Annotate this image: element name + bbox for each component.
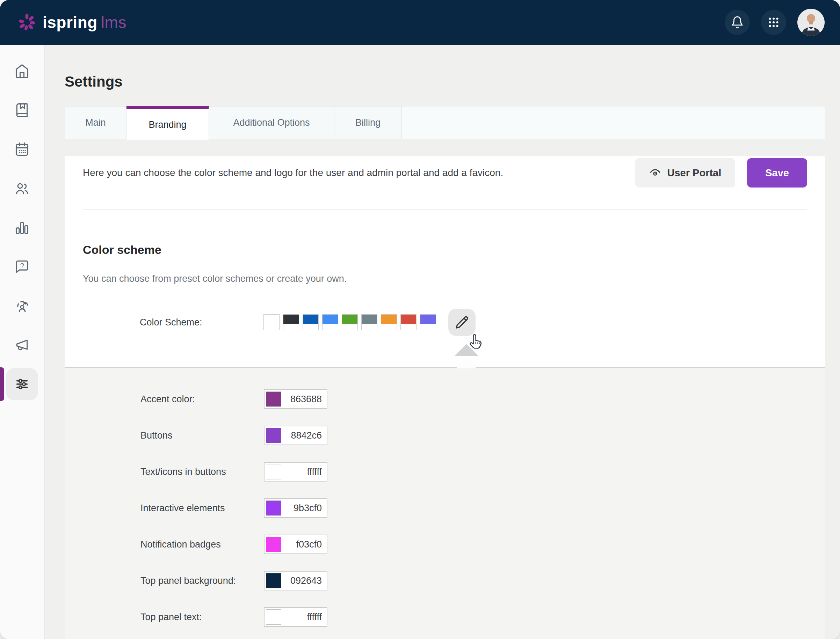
custom-scheme-panel: Accent color: 863688 Buttons 8842c6 Text… bbox=[65, 367, 825, 639]
color-field-row: Top panel text: ffffff bbox=[65, 607, 825, 627]
scheme-swatch-red[interactable] bbox=[400, 314, 416, 330]
sidebar-item-home[interactable] bbox=[6, 55, 38, 87]
color-field-row: Top panel background: 092643 bbox=[65, 571, 825, 590]
app-window: ispringlms bbox=[0, 0, 840, 639]
flower-logo-icon bbox=[17, 12, 37, 32]
buttons-color-swatch bbox=[266, 428, 281, 443]
users-icon bbox=[14, 181, 30, 196]
text-icons-color-swatch bbox=[266, 464, 281, 479]
tab-branding[interactable]: Branding bbox=[126, 106, 209, 140]
accent-color-swatch bbox=[266, 391, 281, 407]
apps-grid-icon bbox=[767, 16, 780, 29]
user-portal-label: User Portal bbox=[667, 167, 722, 179]
interactive-elements-color-field[interactable]: 9b3cf0 bbox=[264, 498, 327, 518]
settings-sliders-icon bbox=[14, 377, 30, 392]
notification-badges-color-swatch bbox=[266, 537, 281, 552]
field-label-top-panel-text: Top panel text: bbox=[140, 612, 264, 623]
accent-color-field[interactable]: 863688 bbox=[264, 389, 327, 409]
book-icon bbox=[14, 103, 30, 118]
tab-bar-filler bbox=[402, 106, 825, 139]
branding-description: Here you can choose the color scheme and… bbox=[83, 167, 503, 178]
top-bar: ispringlms bbox=[0, 0, 840, 45]
scheme-swatch-green[interactable] bbox=[342, 314, 358, 330]
megaphone-icon bbox=[14, 337, 30, 353]
avatar-image bbox=[797, 9, 825, 36]
svg-text:?: ? bbox=[20, 262, 24, 270]
color-field-row: Buttons 8842c6 bbox=[65, 426, 825, 445]
pencil-icon bbox=[455, 315, 469, 329]
notifications-button[interactable] bbox=[725, 10, 750, 35]
logo-product: lms bbox=[101, 13, 126, 32]
edit-scheme-button[interactable] bbox=[448, 309, 475, 336]
text-icons-color-value: ffffff bbox=[281, 466, 327, 477]
top-panel-text-color-value: ffffff bbox=[281, 612, 327, 623]
buttons-color-value: 8842c6 bbox=[281, 430, 327, 441]
field-label-buttons: Buttons bbox=[140, 430, 264, 441]
tab-additional-options[interactable]: Additional Options bbox=[209, 106, 335, 139]
buttons-color-field[interactable]: 8842c6 bbox=[264, 426, 327, 445]
eye-icon bbox=[649, 167, 661, 179]
logo-brand: ispring bbox=[43, 13, 97, 32]
active-indicator-bar bbox=[0, 367, 4, 401]
sidebar-item-coaching[interactable] bbox=[6, 290, 38, 322]
field-label-notification-badges: Notification badges bbox=[140, 539, 264, 550]
sidebar-item-help[interactable]: ? bbox=[6, 251, 38, 283]
logo-text: ispringlms bbox=[43, 13, 126, 32]
branding-panel: Here you can choose the color scheme and… bbox=[65, 156, 825, 367]
notification-badges-color-field[interactable]: f03cf0 bbox=[264, 535, 327, 554]
tab-billing[interactable]: Billing bbox=[335, 106, 402, 139]
sidebar-item-reports[interactable] bbox=[6, 211, 38, 244]
interactive-elements-color-value: 9b3cf0 bbox=[281, 503, 327, 513]
sidebar-item-calendar[interactable] bbox=[6, 134, 38, 165]
color-scheme-label: Color Scheme: bbox=[140, 317, 263, 328]
scheme-swatch-dark[interactable] bbox=[283, 314, 299, 330]
user-portal-button[interactable]: User Portal bbox=[635, 158, 736, 188]
top-bar-actions bbox=[725, 9, 825, 36]
preset-swatches bbox=[263, 314, 436, 330]
color-field-row: Text/icons in buttons ffffff bbox=[65, 462, 825, 482]
tab-main[interactable]: Main bbox=[65, 106, 126, 139]
top-panel-background-color-value: 092643 bbox=[281, 575, 327, 586]
scheme-swatch-white[interactable] bbox=[263, 314, 279, 330]
top-panel-text-color-swatch bbox=[266, 609, 281, 625]
scheme-swatch-blue[interactable] bbox=[322, 314, 338, 330]
apps-grid-button[interactable] bbox=[761, 10, 786, 35]
color-field-row: Interactive elements 9b3cf0 bbox=[65, 498, 825, 518]
top-panel-background-color-field[interactable]: 092643 bbox=[264, 571, 327, 590]
sidebar-nav: ? bbox=[0, 45, 45, 639]
scheme-swatch-navy-blue[interactable] bbox=[303, 314, 319, 330]
help-chat-icon: ? bbox=[14, 259, 30, 275]
calendar-icon bbox=[14, 142, 30, 157]
color-scheme-row: Color Scheme: bbox=[83, 309, 807, 336]
coaching-icon bbox=[14, 298, 30, 313]
scheme-swatch-orange[interactable] bbox=[381, 314, 397, 330]
field-label-interactive-elements: Interactive elements bbox=[140, 503, 264, 513]
interactive-elements-color-swatch bbox=[266, 501, 281, 516]
section-divider bbox=[83, 210, 807, 210]
ispring-lms-logo: ispringlms bbox=[17, 12, 126, 32]
bell-icon bbox=[731, 16, 744, 29]
main-content: Settings Main Branding Additional Option… bbox=[45, 45, 840, 639]
notification-badges-color-value: f03cf0 bbox=[281, 539, 327, 550]
save-button[interactable]: Save bbox=[747, 158, 807, 188]
scheme-swatch-slate[interactable] bbox=[361, 314, 377, 330]
tab-bar: Main Branding Additional Options Billing bbox=[65, 106, 825, 139]
bar-chart-icon bbox=[14, 220, 30, 235]
accent-color-value: 863688 bbox=[281, 394, 327, 405]
user-avatar[interactable] bbox=[797, 9, 825, 36]
sidebar-item-settings[interactable] bbox=[6, 368, 38, 400]
home-icon bbox=[14, 64, 30, 79]
field-label-accent-color: Accent color: bbox=[140, 394, 264, 405]
top-panel-background-color-swatch bbox=[266, 573, 281, 588]
sidebar-item-announcements[interactable] bbox=[6, 329, 38, 361]
text-icons-color-field[interactable]: ffffff bbox=[264, 462, 327, 482]
field-label-top-panel-background: Top panel background: bbox=[140, 575, 264, 586]
top-panel-text-color-field[interactable]: ffffff bbox=[264, 607, 327, 627]
color-scheme-heading: Color scheme bbox=[83, 243, 807, 257]
color-field-row: Notification badges f03cf0 bbox=[65, 535, 825, 554]
sidebar-item-users[interactable] bbox=[6, 173, 38, 205]
color-field-row: Accent color: 863688 bbox=[65, 389, 825, 409]
scheme-swatch-violet[interactable] bbox=[420, 314, 436, 330]
color-scheme-subtitle: You can choose from preset color schemes… bbox=[83, 273, 807, 284]
sidebar-item-courses[interactable] bbox=[6, 94, 38, 126]
